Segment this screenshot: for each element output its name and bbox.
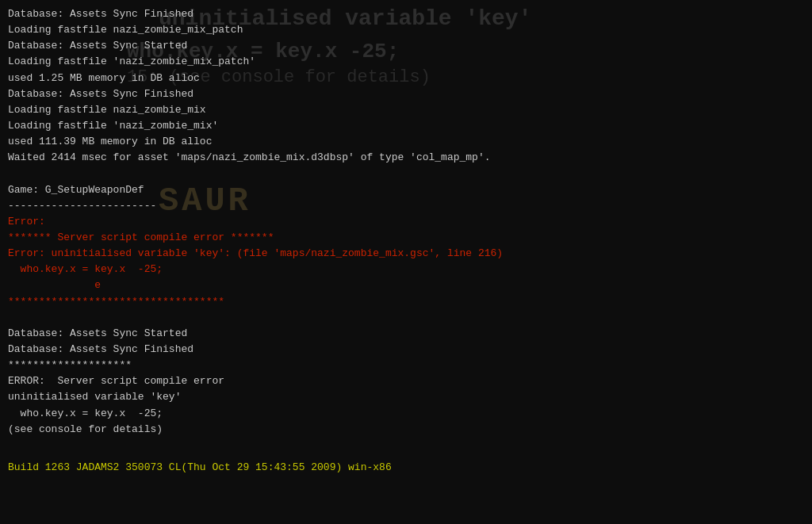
line-stars2: ******************** xyxy=(8,358,804,373)
line-error-detail: Error: uninitialised variable 'key': (fi… xyxy=(8,246,804,262)
line-10: Waited 2414 msec for asset 'maps/nazi_zo… xyxy=(8,150,804,166)
line-5: used 1.25 MB memory in DB alloc xyxy=(8,71,804,86)
line-error2-var: uninitialised variable 'key' xyxy=(8,389,804,405)
line-blank2 xyxy=(8,444,804,460)
line-3: Database: Assets Sync Started xyxy=(8,38,804,54)
line-12: Game: G_SetupWeaponDef xyxy=(8,182,804,198)
line-11 xyxy=(8,166,804,182)
line-error-code: who.key.x = key.x -25; xyxy=(8,262,804,277)
console-screen: uninitialised variable 'key' who.key.x =… xyxy=(0,0,812,524)
line-8: Loading fastfile 'nazi_zombie_mix' xyxy=(8,118,804,134)
line-error-stars: *********************************** xyxy=(8,294,804,310)
line-see-console: (see console for details) xyxy=(8,422,804,438)
line-4: Loading fastfile 'nazi_zombie_mix_patch' xyxy=(8,54,804,70)
line-2: Loading fastfile nazi_zombie_mix_patch xyxy=(8,22,804,38)
line-error-label: Error: xyxy=(8,214,804,230)
line-9: used 111.39 MB memory in DB alloc xyxy=(8,134,804,150)
console-output: Database: Assets Sync Finished Loading f… xyxy=(8,6,804,476)
line-blank xyxy=(8,310,804,326)
line-error2-code: who.key.x = key.x -25; xyxy=(8,406,804,422)
line-db-start: Database: Assets Sync Started xyxy=(8,326,804,342)
line-1: Database: Assets Sync Finished xyxy=(8,6,804,22)
line-db-finish: Database: Assets Sync Finished xyxy=(8,342,804,358)
line-6: Database: Assets Sync Finished xyxy=(8,86,804,102)
line-build: Build 1263 JADAMS2 350073 CL(Thu Oct 29 … xyxy=(8,460,804,476)
line-7: Loading fastfile nazi_zombie_mix xyxy=(8,102,804,118)
line-error-header: ******* Server script compile error ****… xyxy=(8,230,804,246)
line-13: ------------------------ xyxy=(8,198,804,214)
line-error-caret: e xyxy=(8,277,804,293)
line-error2-label: ERROR: Server script compile error xyxy=(8,373,804,389)
